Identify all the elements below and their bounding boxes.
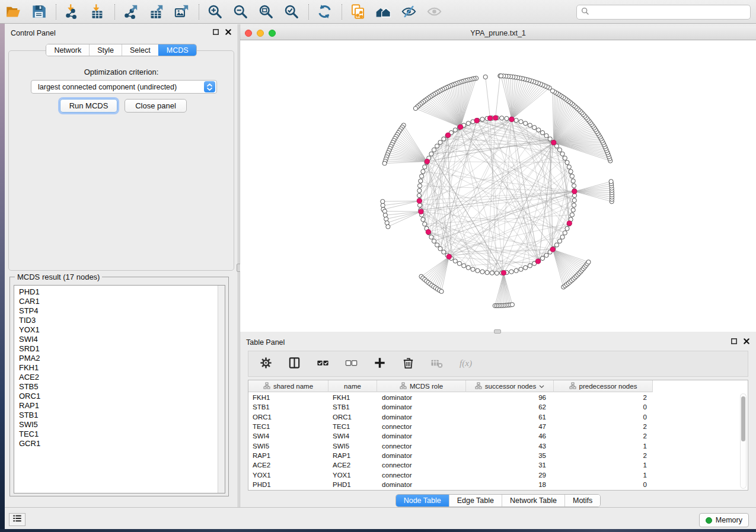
zoom-fit-button[interactable] [257, 4, 274, 20]
close-window-icon[interactable] [245, 30, 252, 37]
mcds-result-item[interactable]: TID3 [14, 316, 225, 325]
search-box[interactable] [576, 5, 751, 20]
table-row[interactable]: SWI4SWI4dominator462 [248, 431, 748, 441]
column-header-shared-name[interactable]: shared name [248, 380, 328, 392]
duplicate-network-button[interactable] [349, 4, 366, 20]
optimization-criterion-dropdown[interactable]: largest connected component (undirected) [31, 80, 217, 94]
mcds-result-item[interactable]: SWI4 [14, 335, 225, 344]
mcds-result-item[interactable]: ACE2 [14, 373, 225, 382]
zoom-selected-button[interactable] [283, 4, 299, 20]
tab-node-table[interactable]: Node Table [396, 495, 449, 507]
mcds-result-item[interactable]: CAR1 [14, 297, 225, 306]
tab-edge-table[interactable]: Edge Table [449, 495, 502, 507]
attribute-gear-button[interactable] [259, 357, 273, 371]
run-mcds-button[interactable]: Run MCDS [60, 99, 117, 113]
save-session-button[interactable] [30, 4, 47, 20]
cell: SWI4 [328, 432, 377, 440]
show-task-history-button[interactable] [9, 513, 25, 526]
mcds-result-item[interactable]: RAP1 [14, 401, 225, 411]
select-columns-icon [288, 356, 301, 372]
mcds-result-item[interactable]: ORC1 [14, 392, 225, 401]
export-network-icon [123, 4, 139, 20]
import-network-file-button[interactable] [63, 4, 80, 20]
function-builder-button: f(x) [458, 357, 472, 371]
close-table-panel-icon[interactable] [743, 338, 750, 345]
mcds-result-item[interactable]: TEC1 [14, 430, 225, 439]
network-window-titlebar[interactable]: YPA_prune.txt_1 [240, 27, 756, 40]
float-table-panel-icon[interactable] [731, 338, 738, 345]
check-all-icon [316, 356, 330, 372]
cell: PHD1 [328, 481, 377, 488]
optimization-criterion-label: Optimization criterion: [9, 68, 234, 76]
tab-network[interactable]: Network [46, 44, 89, 56]
column-header-name[interactable]: name [328, 380, 377, 392]
mcds-result-item[interactable]: FKH1 [14, 363, 225, 373]
select-columns-button[interactable] [287, 357, 301, 371]
mcds-result-item[interactable]: GCR1 [14, 439, 225, 448]
check-all-button[interactable] [315, 357, 330, 371]
tab-select[interactable]: Select [122, 44, 158, 56]
org-chart-icon [569, 382, 576, 390]
mcds-result-item[interactable]: SWI5 [14, 420, 225, 430]
maximize-window-icon[interactable] [269, 30, 276, 37]
minimize-window-icon[interactable] [257, 30, 264, 37]
houses-icon [375, 4, 391, 20]
column-header-predecessor-nodes[interactable]: predecessor nodes [554, 380, 653, 392]
export-image-button[interactable] [173, 4, 190, 20]
memory-button[interactable]: Memory [699, 513, 749, 527]
tab-style[interactable]: Style [89, 44, 122, 56]
tab-mcds[interactable]: MCDS [158, 44, 196, 56]
cell: 29 [466, 472, 554, 479]
table-scrollbar-thumb[interactable] [741, 396, 745, 441]
cell: 62 [466, 403, 554, 411]
table-row[interactable]: FKH1FKH1dominator962 [248, 393, 748, 402]
float-panel-icon[interactable] [212, 28, 219, 36]
table-row[interactable]: TEC1TEC1connector472 [248, 422, 748, 431]
table-scrollbar[interactable] [740, 393, 747, 489]
mcds-result-item[interactable]: STB5 [14, 382, 225, 392]
table-row[interactable]: ORC1ORC1dominator610 [248, 412, 748, 422]
mcds-result-item[interactable]: STP4 [14, 306, 225, 316]
table-row[interactable]: SWI5SWI5connector431 [248, 441, 748, 450]
cell: dominator [377, 432, 466, 440]
cell: RAP1 [248, 452, 328, 459]
column-header-successor-nodes[interactable]: successor nodes [466, 380, 554, 392]
hide-eye-button[interactable] [400, 4, 417, 20]
node-table[interactable]: shared namenameMCDS rolesuccessor nodesp… [248, 380, 748, 491]
table-row[interactable]: PHD1PHD1dominator180 [248, 480, 748, 489]
desktop-wallpaper-bottom [0, 529, 756, 532]
close-panel-button[interactable]: Close panel [125, 99, 187, 113]
mcds-result-item[interactable]: PHD1 [14, 287, 225, 297]
open-file-button[interactable] [5, 4, 21, 20]
mcds-result-item[interactable]: PMA2 [14, 354, 225, 363]
network-canvas[interactable] [240, 40, 756, 332]
mcds-result-item[interactable]: STB1 [14, 411, 225, 420]
mcds-list-scrollbar[interactable] [218, 286, 225, 493]
import-table-file-button[interactable] [89, 4, 106, 20]
table-row[interactable]: ACE2ACE2connector311 [248, 460, 748, 470]
houses-button[interactable] [375, 4, 391, 20]
tab-motifs[interactable]: Motifs [564, 495, 600, 507]
mcds-result-item[interactable]: SRD1 [14, 344, 225, 354]
delete-column-button[interactable] [401, 357, 415, 371]
horizontal-splitter-handle[interactable] [494, 329, 501, 334]
column-header-MCDS-role[interactable]: MCDS role [377, 380, 466, 392]
table-row[interactable]: YOX1YOX1connector291 [248, 470, 748, 479]
add-column-button[interactable] [372, 357, 387, 371]
uncheck-all-button[interactable] [344, 357, 358, 371]
export-network-button[interactable] [122, 4, 139, 20]
cell: TEC1 [248, 423, 328, 430]
zoom-in-button[interactable] [206, 4, 223, 20]
cell: 2 [554, 394, 653, 401]
search-input[interactable] [590, 5, 750, 19]
table-row[interactable]: RAP1RAP1dominator352 [248, 451, 748, 460]
zoom-out-button[interactable] [232, 4, 248, 20]
cell: STB1 [328, 403, 377, 411]
table-row[interactable]: STB1STB1dominator620 [248, 402, 748, 412]
mcds-result-item[interactable]: YOX1 [14, 325, 225, 335]
refresh-button[interactable] [316, 4, 333, 20]
tab-network-table[interactable]: Network Table [502, 495, 564, 507]
export-table-button[interactable] [148, 4, 164, 20]
mcds-result-list[interactable]: PHD1CAR1STP4TID3YOX1SWI4SRD1PMA2FKH1ACE2… [14, 285, 225, 493]
close-panel-icon[interactable] [225, 28, 232, 36]
